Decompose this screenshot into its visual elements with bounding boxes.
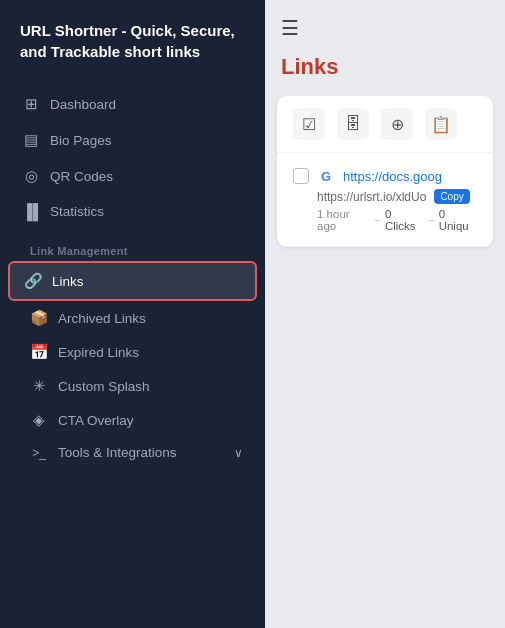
custom-splash-icon: ✳	[30, 377, 48, 395]
link-checkbox[interactable]	[293, 168, 309, 184]
link-short-row: https://urlsrt.io/xldUo Copy	[293, 189, 477, 204]
main-header: ☰	[265, 0, 505, 50]
sidebar-item-tools-integrations[interactable]: >_ Tools & Integrations ∨	[8, 437, 257, 468]
link-row: G https://docs.goog https://urlsrt.io/xl…	[277, 153, 493, 247]
meta-separator-2: −	[428, 214, 435, 226]
link-short-url: https://urlsrt.io/xldUo	[317, 190, 426, 204]
sidebar-item-dashboard-label: Dashboard	[50, 97, 116, 112]
app-logo: URL Shortner - Quick, Secure, and Tracka…	[0, 0, 265, 86]
meta-separator-1: −	[374, 214, 381, 226]
bio-pages-icon: ▤	[22, 131, 40, 149]
sidebar-item-cta-overlay[interactable]: ◈ CTA Overlay	[8, 403, 257, 437]
link-clicks: 0 Clicks	[385, 208, 424, 232]
page-title: Links	[265, 50, 505, 96]
links-main-content: ☑ 🗄 ⊕ 📋 G https://docs.goog https://urls…	[265, 96, 505, 628]
sidebar-item-archived-links[interactable]: 📦 Archived Links	[8, 301, 257, 335]
sidebar-item-expired-links[interactable]: 📅 Expired Links	[8, 335, 257, 369]
sidebar-item-cta-overlay-label: CTA Overlay	[58, 413, 134, 428]
tools-left: >_ Tools & Integrations	[30, 445, 177, 460]
sidebar-item-expired-links-label: Expired Links	[58, 345, 139, 360]
chevron-down-icon: ∨	[234, 446, 243, 460]
sidebar-item-statistics[interactable]: ▐▌ Statistics	[8, 194, 257, 229]
links-icon: 🔗	[24, 272, 42, 290]
sidebar-item-links[interactable]: 🔗 Links	[8, 261, 257, 301]
toolbar-calendar-icon[interactable]: 📋	[425, 108, 457, 140]
tools-icon: >_	[30, 446, 48, 460]
links-card: ☑ 🗄 ⊕ 📋 G https://docs.goog https://urls…	[277, 96, 493, 247]
link-full-url[interactable]: https://docs.goog	[343, 169, 442, 184]
sidebar-item-bio-pages[interactable]: ▤ Bio Pages	[8, 122, 257, 158]
expired-links-icon: 📅	[30, 343, 48, 361]
link-meta: 1 hour ago − 0 Clicks − 0 Uniqu	[293, 208, 477, 232]
link-row-top: G https://docs.goog	[293, 167, 477, 185]
sidebar-item-custom-splash-label: Custom Splash	[58, 379, 150, 394]
link-time-ago: 1 hour ago	[317, 208, 370, 232]
sidebar-item-archived-links-label: Archived Links	[58, 311, 146, 326]
cta-overlay-icon: ◈	[30, 411, 48, 429]
statistics-icon: ▐▌	[22, 203, 40, 220]
sidebar-item-bio-pages-label: Bio Pages	[50, 133, 112, 148]
sidebar-item-dashboard[interactable]: ⊞ Dashboard	[8, 86, 257, 122]
links-toolbar: ☑ 🗄 ⊕ 📋	[277, 96, 493, 153]
dashboard-icon: ⊞	[22, 95, 40, 113]
qr-codes-icon: ◎	[22, 167, 40, 185]
sidebar-item-tools-label: Tools & Integrations	[58, 445, 177, 460]
main-content-area: ☰ Links ☑ 🗄 ⊕ 📋 G https://docs.goog http…	[265, 0, 505, 628]
sidebar-item-qr-codes-label: QR Codes	[50, 169, 113, 184]
sidebar-item-custom-splash[interactable]: ✳ Custom Splash	[8, 369, 257, 403]
google-icon: G	[317, 167, 335, 185]
copy-button[interactable]: Copy	[434, 189, 469, 204]
archived-links-icon: 📦	[30, 309, 48, 327]
sidebar-item-qr-codes[interactable]: ◎ QR Codes	[8, 158, 257, 194]
toolbar-target-icon[interactable]: ⊕	[381, 108, 413, 140]
sidebar-item-links-label: Links	[52, 274, 84, 289]
toolbar-archive-icon[interactable]: 🗄	[337, 108, 369, 140]
sidebar: URL Shortner - Quick, Secure, and Tracka…	[0, 0, 265, 628]
hamburger-icon[interactable]: ☰	[281, 16, 299, 40]
sidebar-nav: ⊞ Dashboard ▤ Bio Pages ◎ QR Codes ▐▌ St…	[0, 86, 265, 468]
link-unique: 0 Uniqu	[439, 208, 477, 232]
sidebar-item-statistics-label: Statistics	[50, 204, 104, 219]
toolbar-checkbox-icon[interactable]: ☑	[293, 108, 325, 140]
link-management-section-label: Link Management	[8, 229, 257, 261]
